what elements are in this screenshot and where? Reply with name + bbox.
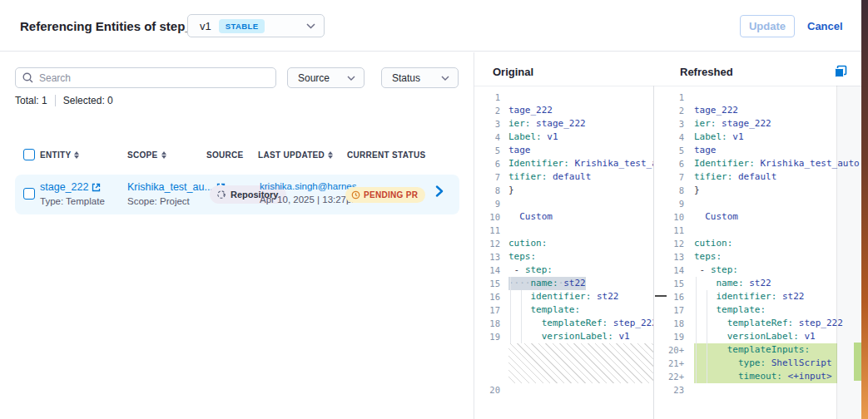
clock-icon xyxy=(351,190,360,200)
version-select[interactable]: v1 STABLE xyxy=(187,14,325,37)
line-number: 21+ xyxy=(660,357,686,370)
external-link-icon[interactable] xyxy=(92,183,101,192)
code-line: 6Identifier: Krishika_test_auto xyxy=(474,157,653,170)
line-number: 18 xyxy=(474,317,502,330)
sort-icon[interactable] xyxy=(74,151,79,159)
diff-sash-handle[interactable] xyxy=(655,295,667,297)
indent-guide xyxy=(696,277,697,383)
line-number: 20 xyxy=(474,383,502,397)
code-line: 17 template: xyxy=(474,303,653,317)
scope-link[interactable]: Krishika_test_au... xyxy=(127,181,213,193)
line-number: 15 xyxy=(660,277,686,290)
status-filter[interactable]: Status xyxy=(381,67,459,88)
code-line: 23 xyxy=(660,383,861,397)
code-line: 10 Custom xyxy=(660,210,861,224)
line-number: 3 xyxy=(660,117,686,131)
original-editor[interactable]: 12tage_2223ier: stage_2224Label: v15tage… xyxy=(474,86,654,419)
cancel-button[interactable]: Cancel xyxy=(802,15,848,37)
row-checkbox[interactable] xyxy=(23,188,35,200)
code-line: 19 versionLabel: v1 xyxy=(474,330,653,343)
line-number: 5 xyxy=(660,144,686,157)
column-entity: ENTITY xyxy=(40,150,79,160)
column-scope: SCOPE xyxy=(127,150,166,160)
chevron-right-icon[interactable] xyxy=(435,185,444,197)
line-number: 12 xyxy=(660,237,686,250)
line-number: 19 xyxy=(474,330,502,343)
code-line: 12cution: xyxy=(660,237,861,250)
code-line: 9 xyxy=(660,197,861,210)
line-number: 13 xyxy=(474,250,502,264)
code-line: 2tage_222 xyxy=(474,104,653,117)
original-pane-title: Original xyxy=(493,66,533,78)
code-line: 17 template: xyxy=(660,303,861,317)
select-all-checkbox[interactable] xyxy=(23,149,35,160)
line-number: 11 xyxy=(474,224,502,237)
search-input[interactable] xyxy=(39,72,269,84)
source-filter-label: Source xyxy=(298,72,330,84)
code-line: 11 xyxy=(660,224,861,237)
copy-icon[interactable] xyxy=(834,65,847,78)
page-title: Referencing Entities of step_222 xyxy=(20,19,213,33)
line-number: 7 xyxy=(660,170,686,184)
total-count: Total: 1 xyxy=(15,95,47,106)
table-row[interactable]: stage_222 Type: Template Krishika_test_a… xyxy=(15,175,459,214)
line-number: 6 xyxy=(660,157,686,170)
code-line: 21+ type: ShellScript xyxy=(660,357,861,370)
code-line: 13teps: xyxy=(660,250,861,264)
referencing-entities-modal: Referencing Entities of step_222 v1 STAB… xyxy=(0,0,861,419)
code-line: 14 - step: xyxy=(474,264,653,277)
code-line: 13teps: xyxy=(474,250,653,264)
code-line: 1 xyxy=(474,91,653,104)
code-line: 9 xyxy=(474,197,653,210)
code-line: 14 - step: xyxy=(660,264,861,277)
line-number: 15 xyxy=(474,277,502,290)
line-number: 7 xyxy=(474,170,502,184)
code-line: 7tifier: default xyxy=(660,170,861,184)
line-number: 17 xyxy=(474,303,502,317)
status-filter-label: Status xyxy=(392,72,420,84)
code-line: 5tage xyxy=(660,144,861,157)
sort-icon[interactable] xyxy=(328,151,333,159)
entities-panel: Source Status Total: 1 Selected: 0 ENTIT… xyxy=(0,52,474,419)
line-number: 12 xyxy=(474,237,502,250)
diff-placeholder-hatch xyxy=(508,343,653,383)
search-icon xyxy=(22,72,33,83)
screen: Referencing Entities of step_222 v1 STAB… xyxy=(0,0,868,419)
stable-badge: STABLE xyxy=(219,19,265,33)
line-number: 10 xyxy=(660,210,686,224)
source-filter[interactable]: Source xyxy=(287,67,365,88)
background-page-edge xyxy=(861,0,868,419)
refreshed-editor[interactable]: 12tage_2223ier: stage_2224Label: v15tage… xyxy=(660,86,861,419)
code-line: 15 name: st22 xyxy=(660,277,861,290)
entity-link[interactable]: stage_222 xyxy=(40,181,88,193)
line-number: 9 xyxy=(660,197,686,210)
search-box xyxy=(15,67,276,88)
code-line: 12cution: xyxy=(474,237,653,250)
overview-added-marker xyxy=(854,343,861,381)
code-line: 7tifier: default xyxy=(474,170,653,184)
code-line: 3ier: stage_222 xyxy=(474,117,653,131)
line-number: 8 xyxy=(660,184,686,197)
code-line: 8} xyxy=(474,184,653,197)
indent-guide xyxy=(510,277,511,343)
chevron-down-icon xyxy=(441,76,449,81)
line-number: 23 xyxy=(660,383,686,397)
line-number: 22+ xyxy=(660,370,686,383)
code-line: 2tage_222 xyxy=(660,104,861,117)
line-number: 2 xyxy=(474,104,502,117)
line-number: 3 xyxy=(474,117,502,131)
code-line: 20 xyxy=(474,383,653,397)
code-line: 4Label: v1 xyxy=(660,131,861,144)
code-line: 19 versionLabel: v1 xyxy=(660,330,861,343)
indent-guide xyxy=(521,290,522,343)
update-button[interactable]: Update xyxy=(740,15,795,37)
column-last-updated: LAST UPDATED xyxy=(258,150,333,160)
line-number: 4 xyxy=(660,131,686,144)
code-line: 1 xyxy=(660,91,861,104)
sort-icon[interactable] xyxy=(161,151,166,159)
line-number: 14 xyxy=(660,264,686,277)
code-line: 16 identifier: st22 xyxy=(660,290,861,303)
modal-header: Referencing Entities of step_222 v1 STAB… xyxy=(0,0,861,52)
line-number: 17 xyxy=(660,303,686,317)
entity-cell: stage_222 Type: Template xyxy=(40,181,105,206)
